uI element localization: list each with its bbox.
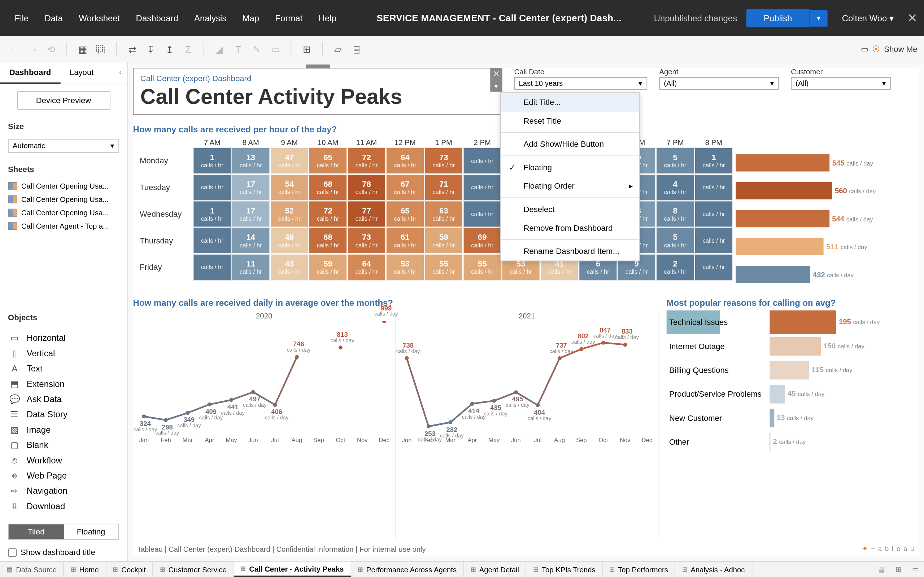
heatmap-cell[interactable]: 64calls / hr	[347, 254, 386, 280]
heatmap-cell[interactable]: 68calls / hr	[309, 174, 347, 201]
menu-analysis[interactable]: Analysis	[186, 9, 234, 27]
sheet-tab[interactable]: ⊞Home	[64, 561, 106, 577]
heatmap-cell[interactable]: 71calls / hr	[425, 174, 463, 201]
user-menu[interactable]: Colten Woo ▾	[842, 13, 894, 23]
show-me-panel[interactable]: ▭ ⦿ Show Me	[861, 44, 918, 54]
context-menu-item[interactable]: Reset Title	[501, 112, 639, 131]
heatmap-cell[interactable]: calls / hr	[695, 227, 733, 254]
object-workflow[interactable]: ⎋Workflow	[5, 452, 122, 467]
heatmap-cell[interactable]: 1calls / hr	[193, 201, 231, 227]
context-menu-item[interactable]: Add Show/Hide Button	[501, 135, 639, 154]
collapse-panel-icon[interactable]: ‹	[114, 62, 127, 84]
heatmap-cell[interactable]: 67calls / hr	[386, 174, 425, 201]
object-download[interactable]: ⇩Download	[5, 498, 122, 513]
highlight-icon[interactable]: ◢	[212, 42, 227, 56]
sheet-tab[interactable]: ⊞Top Performers	[603, 561, 675, 577]
publish-button[interactable]: Publish	[746, 9, 809, 27]
menu-map[interactable]: Map	[234, 9, 267, 27]
heatmap-cell[interactable]: calls / hr	[463, 148, 502, 174]
heatmap-cell[interactable]: 69calls / hr	[463, 227, 502, 254]
format-icon[interactable]: ✎	[249, 42, 264, 56]
filter-call-date[interactable]: Last 10 years▾	[514, 77, 648, 90]
object-text[interactable]: AText	[5, 361, 122, 376]
heatmap-cell[interactable]: 61calls / hr	[386, 227, 425, 254]
object-vertical[interactable]: ▯Vertical	[5, 345, 122, 361]
dashboard-canvas[interactable]: ✕ ▾ Call Center (expert) Dashboard Call …	[128, 62, 924, 561]
heatmap-cell[interactable]: 11calls / hr	[231, 254, 270, 280]
show-title-checkbox[interactable]	[8, 548, 16, 557]
reason-row[interactable]: Technical Issues 195 calls / day	[667, 311, 919, 334]
heatmap-cell[interactable]: 55calls / hr	[425, 254, 463, 280]
menu-dashboard[interactable]: Dashboard	[128, 9, 186, 27]
heatmap-cell[interactable]: 73calls / hr	[347, 227, 386, 254]
heatmap-cell[interactable]: 13calls / hr	[231, 148, 270, 174]
heatmap-cell[interactable]: 5calls / hr	[656, 148, 695, 174]
redo-icon[interactable]: →	[25, 42, 40, 56]
day-total-bar[interactable]	[736, 182, 832, 200]
heatmap-cell[interactable]: calls / hr	[463, 201, 502, 227]
new-sheet-icon[interactable]: ▦	[873, 561, 890, 577]
drag-handle-icon[interactable]	[306, 64, 330, 69]
heatmap-cell[interactable]: calls / hr	[695, 254, 733, 280]
heatmap-cell[interactable]: calls / hr	[193, 254, 231, 280]
device-preview-button[interactable]: Device Preview	[17, 91, 110, 110]
sheet-item[interactable]: Call Center Agent - Top a...	[5, 219, 122, 233]
size-dropdown[interactable]: Automatic▾	[8, 139, 119, 153]
totals-icon[interactable]: Σ	[181, 42, 195, 56]
fit-icon[interactable]: ▭	[268, 42, 283, 56]
sheet-tab[interactable]: ⊞Customer Service	[153, 561, 234, 577]
publish-dropdown[interactable]: ▾	[810, 10, 827, 26]
group-icon[interactable]: ⊞	[299, 42, 314, 56]
context-menu-item[interactable]: Floating Order	[501, 177, 639, 195]
floating-toggle[interactable]: Floating	[63, 524, 118, 539]
new-dashboard-icon[interactable]: ⊞	[890, 561, 907, 577]
sheet-tab[interactable]: ⊞Performance Across Agents	[351, 561, 464, 577]
heatmap-cell[interactable]: calls / hr	[695, 201, 733, 227]
heatmap-cell[interactable]: 17calls / hr	[231, 201, 270, 227]
heatmap-cell[interactable]: calls / hr	[463, 174, 502, 201]
line-chart-year[interactable]: 2020 324calls / day298calls / day349call…	[133, 311, 396, 538]
object-web page[interactable]: ⎆Web Page	[5, 468, 122, 483]
menu-file[interactable]: File	[6, 9, 36, 27]
heatmap-cell[interactable]: 5calls / hr	[656, 227, 695, 254]
context-menu-item[interactable]: Deselect	[501, 200, 639, 219]
close-icon[interactable]: ✕	[908, 10, 918, 25]
heatmap-cell[interactable]: 59calls / hr	[309, 254, 347, 280]
heatmap-cell[interactable]: 2calls / hr	[656, 254, 695, 280]
object-image[interactable]: ▧Image	[5, 422, 122, 437]
object-blank[interactable]: ▢Blank	[5, 437, 122, 452]
heatmap-cell[interactable]: calls / hr	[193, 227, 231, 254]
menu-help[interactable]: Help	[310, 9, 344, 27]
object-data story[interactable]: ☰Data Story	[5, 406, 122, 422]
sort-asc-icon[interactable]: ↧	[144, 42, 158, 56]
new-story-icon[interactable]: ▭	[907, 561, 924, 577]
sheet-tab[interactable]: ⊞Analysis - Adhoc	[675, 561, 752, 577]
sheet-tab[interactable]: ⊞Agent Detail	[464, 561, 526, 577]
sheet-tab[interactable]: ⊞Top KPIs Trends	[526, 561, 603, 577]
menu-format[interactable]: Format	[267, 9, 310, 27]
heatmap-cell[interactable]: 78calls / hr	[347, 174, 386, 201]
title-context-menu-icon[interactable]: ▾	[490, 80, 502, 92]
heatmap-cell[interactable]: 1calls / hr	[695, 148, 733, 174]
object-navigation[interactable]: ⇨Navigation	[5, 483, 122, 498]
tab-dashboard[interactable]: Dashboard	[0, 62, 60, 84]
tiled-toggle[interactable]: Tiled	[9, 524, 63, 539]
revert-icon[interactable]: ⟲	[44, 42, 59, 56]
new-worksheet-icon[interactable]: ▦	[75, 42, 90, 56]
object-extension[interactable]: ⬒Extension	[5, 376, 122, 391]
swap-icon[interactable]: ⇄	[125, 42, 140, 56]
presentation-icon[interactable]: ▱	[331, 42, 346, 56]
tab-data-source[interactable]: ▤Data Source	[0, 561, 64, 577]
reason-row[interactable]: Product/Service Problems 45 calls / day	[667, 382, 919, 406]
object-ask data[interactable]: 💬Ask Data	[5, 391, 122, 406]
context-menu-item[interactable]: Rename Dashboard Item...	[501, 242, 639, 261]
tab-layout[interactable]: Layout	[60, 62, 103, 84]
heatmap-cell[interactable]: 14calls / hr	[231, 227, 270, 254]
sheet-tab[interactable]: ⊞Cockpit	[106, 561, 153, 577]
sort-desc-icon[interactable]: ↥	[162, 42, 177, 56]
heatmap-cell[interactable]: calls / hr	[193, 174, 231, 201]
heatmap-cell[interactable]: 43calls / hr	[270, 254, 309, 280]
heatmap-cell[interactable]: 4calls / hr	[656, 174, 695, 201]
label-icon[interactable]: T	[231, 42, 246, 56]
heatmap-cell[interactable]: 73calls / hr	[425, 148, 463, 174]
